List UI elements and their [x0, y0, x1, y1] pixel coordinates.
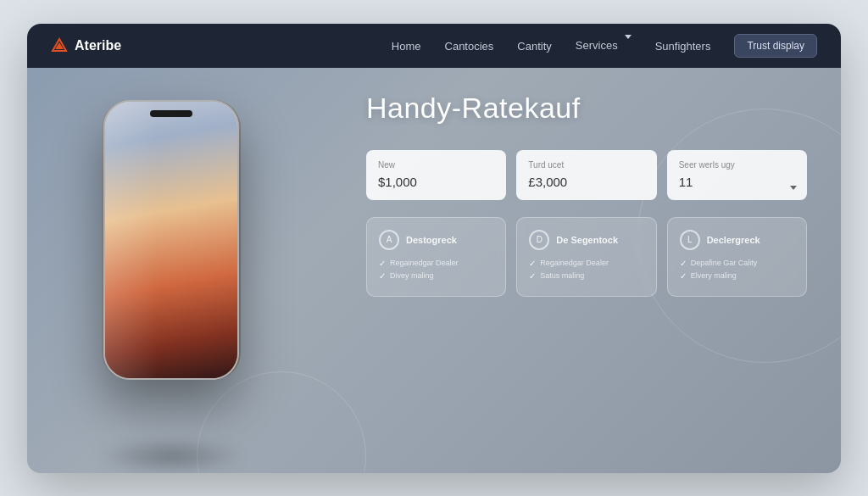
feature-title-1: Destogreck — [406, 235, 457, 245]
page-wrapper: Ateribe Home Cantocies Cantity Services … — [27, 24, 841, 473]
feature-title-3: Declergreck — [707, 235, 760, 245]
feature-card-3-header: L Declergreck — [680, 230, 794, 250]
input-card-new: New $1,000 — [366, 150, 506, 200]
feature-title-2: De Segentock — [556, 235, 618, 245]
services-chevron-icon — [625, 35, 632, 52]
feature-list-item: ✓ Regainedgar Dealer — [529, 259, 643, 268]
phone-shadow — [95, 439, 248, 473]
content-area: Handy-Ratekauf New $1,000 Turd ucet £3,0… — [366, 92, 807, 297]
feature-list-item: ✓ Satus maling — [529, 271, 643, 281]
feature-card-1-header: A Destogreck — [379, 230, 493, 250]
input-select-label: Seer werls ugy — [679, 160, 795, 170]
nav-spotlighters[interactable]: Sunfighters — [655, 40, 711, 53]
feature-list-2: ✓ Regainedgar Dealer ✓ Satus maling — [529, 259, 643, 281]
phone-body — [103, 100, 239, 380]
logo[interactable]: Ateribe — [51, 37, 121, 54]
feature-list-3: ✓ Depafine Gar Cality ✓ Elvery maling — [680, 259, 794, 281]
check-icon: ✓ — [680, 271, 687, 281]
phone-reflection — [105, 102, 158, 378]
check-icon: ✓ — [379, 259, 386, 268]
feature-card-2: D De Segentock ✓ Regainedgar Dealer ✓ Sa… — [516, 217, 656, 297]
feature-list-item: ✓ Regainedgar Dealer — [379, 259, 493, 268]
hero-title: Handy-Ratekauf — [366, 92, 807, 125]
feature-card-2-header: D De Segentock — [529, 230, 643, 250]
logo-text: Ateribe — [75, 38, 121, 53]
nav-links: Home Cantocies Cantity Services Sunfight… — [392, 34, 817, 58]
check-icon: ✓ — [680, 259, 687, 268]
feature-list-item: ✓ Depafine Gar Cality — [680, 259, 794, 268]
feature-card-1: A Destogreck ✓ Regainedgar Dealer ✓ Dive… — [366, 217, 506, 297]
feature-icon-2: D — [529, 230, 549, 250]
check-icon: ✓ — [529, 271, 536, 281]
check-icon: ✓ — [379, 271, 386, 281]
feature-list-item: ✓ Elvery maling — [680, 271, 794, 281]
navbar: Ateribe Home Cantocies Cantity Services … — [27, 24, 841, 68]
check-icon: ✓ — [529, 259, 536, 268]
input-card-used: Turd ucet £3,000 — [516, 150, 656, 200]
feature-icon-1: A — [379, 230, 399, 250]
select-chevron-icon — [790, 186, 797, 190]
feature-cards: A Destogreck ✓ Regainedgar Dealer ✓ Dive… — [366, 217, 807, 297]
feature-card-3: L Declergreck ✓ Depafine Gar Cality ✓ El… — [667, 217, 807, 297]
input-card-select[interactable]: Seer werls ugy 11 — [667, 150, 807, 200]
input-used-value[interactable]: £3,000 — [528, 175, 567, 189]
feature-list-item: ✓ Divey maling — [379, 271, 493, 281]
input-select-value: 11 — [679, 175, 795, 189]
input-used-label: Turd ucet — [528, 160, 644, 170]
logo-icon — [51, 37, 68, 54]
nav-services[interactable]: Services — [576, 39, 632, 52]
phone-container — [78, 83, 264, 456]
input-cards: New $1,000 Turd ucet £3,000 Seer werls u… — [366, 150, 807, 200]
nav-home[interactable]: Home — [392, 40, 421, 53]
feature-list-1: ✓ Regainedgar Dealer ✓ Divey maling — [379, 259, 493, 281]
nav-categories[interactable]: Cantocies — [445, 40, 494, 53]
phone-notch — [150, 110, 192, 117]
nav-quality[interactable]: Cantity — [517, 40, 551, 53]
nav-cta-button[interactable]: Trust display — [734, 34, 817, 58]
input-new-label: New — [378, 160, 494, 170]
input-new-value[interactable]: $1,000 — [378, 175, 417, 189]
feature-icon-3: L — [680, 230, 700, 250]
